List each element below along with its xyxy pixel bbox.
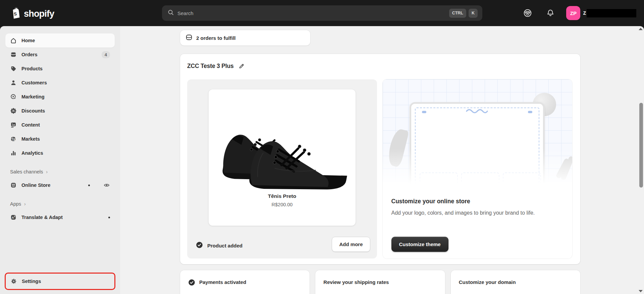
scrollbar-thumb[interactable] — [639, 103, 643, 188]
sidebar-label: Marketing — [21, 94, 45, 99]
app-body: Home Orders 4 Products — [0, 26, 644, 294]
online-store-icon — [10, 182, 17, 189]
sidebar-item-markets[interactable]: $ Markets — [5, 132, 115, 146]
section-label: Sales channels — [10, 169, 43, 174]
orders-icon — [10, 51, 17, 58]
sidebar-section-sales-channels[interactable]: Sales channels › — [5, 167, 115, 176]
svg-text:A: A — [12, 216, 14, 219]
orders-inbox-icon — [185, 34, 193, 42]
setup-card-header: ZCC Teste 3 Plus — [187, 63, 572, 70]
store-name-redaction-box — [587, 9, 636, 17]
customize-theme-button[interactable]: Customize theme — [391, 237, 448, 252]
product-status-row: Product added — [196, 241, 243, 250]
sidebar-label: Content — [21, 122, 40, 128]
product-task-panel: Tênis Preto R$200.00 Product added — [187, 79, 377, 259]
setup-grid: Tênis Preto R$200.00 Product added — [187, 79, 572, 259]
topbar: S shopify Search CTRL K — [0, 0, 644, 26]
search-placeholder: Search — [177, 10, 449, 16]
products-tag-icon — [10, 65, 17, 72]
search-input[interactable]: Search CTRL K — [162, 5, 482, 21]
sidebar-label: Customers — [21, 80, 47, 85]
analytics-bars-icon — [10, 150, 17, 156]
sidebar-label: Settings — [22, 279, 41, 284]
task-cards-row: Payments activated Review your shipping … — [180, 270, 580, 294]
sidebar-item-settings[interactable]: Settings — [6, 274, 114, 289]
scrollbar-down-arrow[interactable] — [639, 290, 643, 292]
sneakers-product-image — [213, 93, 351, 193]
notifications-bell-icon[interactable] — [546, 9, 555, 17]
sidebar-item-marketing[interactable]: Marketing — [5, 90, 115, 104]
illustration-fade — [383, 149, 573, 189]
product-preview-card: Tênis Preto R$200.00 — [209, 89, 356, 226]
sidebar: Home Orders 4 Products — [0, 26, 120, 294]
sidebar-item-products[interactable]: Products — [5, 62, 115, 76]
settings-red-annotation-box: Settings — [5, 273, 115, 290]
task-card-shipping[interactable]: Review your shipping rates — [315, 270, 445, 294]
sidebar-item-translate-adapt[interactable]: A Translate & Adapt — [5, 210, 115, 224]
scrollbar-up-arrow[interactable] — [639, 28, 643, 30]
task-card-domain[interactable]: Customize your domain — [451, 270, 580, 294]
product-added-label: Product added — [207, 243, 243, 248]
online-store-notification-dot — [88, 185, 90, 186]
customize-store-description: Add your logo, colors, and images to bri… — [391, 209, 564, 217]
customize-store-title: Customize your online store — [391, 198, 564, 205]
chevron-right-icon: › — [46, 169, 48, 174]
illustration-squiggle — [465, 108, 489, 113]
illustration-dot-left — [422, 111, 426, 113]
translate-icon: A — [10, 214, 17, 221]
sidebar-spacer — [0, 224, 120, 273]
kbd-ctrl: CTRL — [449, 9, 466, 18]
add-more-button[interactable]: Add more — [332, 237, 370, 252]
content-column: 2 orders to fulfill ZCC Teste 3 Plus — [180, 26, 580, 294]
sidebar-label: Translate & Adapt — [21, 215, 63, 220]
illustration-dot-right — [528, 111, 532, 113]
store-setup-title: ZCC Teste 3 Plus — [187, 63, 233, 70]
marketing-target-icon — [10, 93, 17, 100]
product-name: Tênis Preto — [268, 193, 296, 199]
settings-gear-icon — [10, 278, 17, 285]
task-label: Customize your domain — [459, 279, 516, 286]
svg-text:$: $ — [13, 138, 15, 141]
product-price: R$200.00 — [272, 202, 293, 207]
sidebar-section-apps[interactable]: Apps › — [5, 200, 115, 208]
chevron-right-icon: › — [24, 201, 26, 207]
content-media-icon — [10, 122, 17, 128]
sidebar-label: Orders — [21, 52, 38, 57]
sidebar-item-customers[interactable]: Customers — [5, 76, 115, 90]
orders-to-fulfill-banner[interactable]: 2 orders to fulfill — [180, 30, 310, 46]
kbd-k: K — [469, 9, 478, 18]
topbar-right-cluster: ZP Z — [523, 0, 636, 26]
sidebar-item-orders[interactable]: Orders 4 — [5, 48, 115, 62]
preview-eye-icon[interactable] — [103, 182, 110, 189]
sidebar-item-discounts[interactable]: Discounts — [5, 104, 115, 118]
banner-label: 2 orders to fulfill — [196, 35, 236, 41]
task-label: Review your shipping rates — [323, 279, 389, 286]
shopify-logo[interactable]: S shopify — [9, 6, 54, 21]
discounts-percent-icon — [10, 107, 17, 114]
check-circle-icon — [196, 241, 203, 250]
orders-count-badge: 4 — [102, 51, 110, 58]
sidebar-label: Analytics — [21, 150, 43, 156]
section-label: Apps — [10, 201, 21, 207]
sidebar-item-content[interactable]: Content — [5, 118, 115, 132]
setup-guide-card: ZCC Teste 3 Plus — [180, 54, 580, 264]
task-label: Payments activated — [199, 279, 246, 286]
sidebar-item-online-store[interactable]: Online Store — [5, 178, 115, 192]
edit-pencil-icon[interactable] — [238, 63, 245, 70]
customers-person-icon — [10, 79, 17, 86]
markets-globe-icon: $ — [10, 136, 17, 142]
task-card-payments[interactable]: Payments activated — [180, 270, 310, 294]
shopify-bag-icon: S — [9, 6, 21, 21]
search-icon — [167, 9, 174, 17]
account-avatar[interactable]: ZP — [566, 6, 580, 20]
store-name-partial: Z — [583, 10, 586, 16]
sidebar-item-home[interactable]: Home — [5, 33, 115, 48]
customize-store-panel: Customize your online store Add your log… — [383, 79, 573, 259]
sidebar-label: Discounts — [21, 108, 45, 114]
store-theme-illustration — [383, 79, 573, 189]
sidebar-label: Markets — [21, 136, 40, 142]
sidebar-item-analytics[interactable]: Analytics — [5, 146, 115, 160]
inbox-face-icon[interactable] — [523, 9, 532, 17]
home-icon — [10, 37, 17, 44]
check-circle-icon — [188, 279, 195, 287]
